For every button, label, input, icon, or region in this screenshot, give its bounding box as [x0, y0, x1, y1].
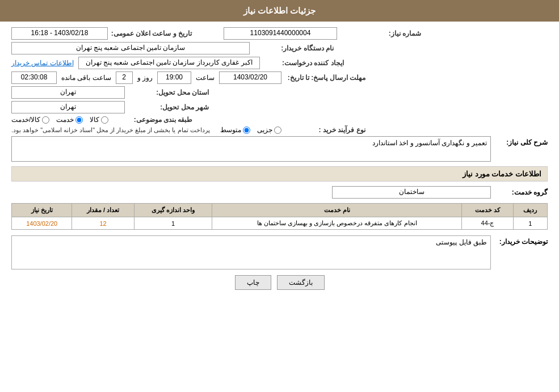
tabaqe-radio-khadamat[interactable]: [75, 116, 83, 124]
farayand-option-jozi: جزیی: [257, 126, 281, 134]
page-container: جزئیات اطلاعات نیاز شماره نیاز: 11030914…: [0, 0, 559, 392]
tabaqe-row: طبقه بندی موضوعی: کالا خدمت کالا/خدمت: [11, 116, 548, 124]
gorohe-label: گروه خدمت:: [497, 188, 548, 196]
nove-farayand-row: نوع فرآیند خرید : جزیی متوسط پرداخت تمام…: [11, 126, 548, 134]
farayand-radio-motavasset[interactable]: [243, 127, 250, 134]
col-tarikh: تاریخ نیاز: [12, 204, 72, 217]
col-radif: ردیف: [513, 204, 547, 217]
tarikh-label: تاریخ و ساعت اعلان عمومی:: [112, 29, 192, 37]
buttons-row: بازگشت چاپ: [11, 275, 548, 290]
col-tedad: تعداد / مقدار: [72, 204, 134, 217]
sharh-label: شرح کلی نیاز:: [497, 136, 548, 146]
sharh-value: تعمیر و نگهداری آسانسور و اخذ استاندارد: [11, 136, 491, 162]
cell-radif: 1: [513, 217, 547, 230]
col-vahed: واحد اندازه گیری: [134, 204, 212, 217]
mohlat-date: 1403/02/20: [219, 71, 281, 84]
tosihaat-row: توضیحات خریدار: طبق فایل پیوستی: [11, 235, 548, 269]
shomare-niaz-value: 1103091440000004: [224, 27, 337, 40]
farayand-radio-jozi[interactable]: [274, 127, 281, 134]
tosihaat-value: طبق فایل پیوستی: [11, 235, 491, 269]
etelaat-tamas-link[interactable]: اطلاعات تماس خریدار: [11, 59, 74, 67]
cell-name: انجام کارهای متفرقه درخصوص بازسازی و بهس…: [212, 217, 462, 230]
cell-tarikh: 1403/02/20: [12, 217, 72, 230]
tabaqe-option-kala-khadamat: کالا/خدمت: [11, 116, 49, 124]
mohlat-baqi-value: 02:30:08: [11, 71, 57, 84]
col-kod: کد خدمت: [462, 204, 513, 217]
gorohe-value: ساختمان: [332, 186, 491, 199]
tabaqe-radio-kala-khadamat[interactable]: [42, 116, 49, 124]
mohlat-roz-label: روز و: [137, 74, 153, 82]
tosihaat-label: توضیحات خریدار:: [497, 235, 548, 246]
tosihaat-text: طبق فایل پیوستی: [15, 238, 487, 246]
mohlat-saat-label: ساعت: [196, 74, 215, 82]
tabaqe-kala-label: کالا: [90, 116, 99, 124]
chap-button[interactable]: چاپ: [235, 275, 271, 290]
cell-vahed: 1: [134, 217, 212, 230]
mohlat-label: مهلت ارسال پاسخ: تا تاریخ:: [286, 74, 365, 82]
ijad-konande-row: ایجاد کننده درخواست: اکبر غفاری کاربرداز…: [11, 57, 548, 69]
shahr-row: شهر محل تحویل: تهران: [11, 101, 548, 113]
main-content: شماره نیاز: 1103091440000004 تاریخ و ساع…: [0, 22, 559, 301]
page-header: جزئیات اطلاعات نیاز: [0, 0, 559, 22]
gorohe-khadamat-row: گروه خدمت: ساختمان: [11, 186, 548, 199]
farayand-option-motavasset: متوسط: [220, 126, 250, 134]
nove-farayand-label: نوع فرآیند خرید :: [286, 126, 365, 134]
mohlat-baqi-label: ساعت باقی مانده: [61, 74, 111, 82]
mohlat-saat-value: 19:00: [157, 71, 191, 84]
tarikh-value: 1403/02/18 - 16:18: [11, 27, 108, 40]
services-section-title: اطلاعات خدمات مورد نیاز: [11, 166, 548, 182]
cell-kod: ج-44: [462, 217, 513, 230]
tabaqe-radio-group: کالا خدمت کالا/خدمت: [11, 116, 108, 124]
farayand-jozi-label: جزیی: [257, 126, 272, 134]
tabaqe-option-khadamat: خدمت: [56, 116, 83, 124]
ostan-label: استان محل تحویل:: [129, 88, 209, 96]
services-table: ردیف کد خدمت نام خدمت واحد اندازه گیری ت…: [11, 203, 548, 230]
table-row: 1 ج-44 انجام کارهای متفرقه درخصوص بازساز…: [12, 217, 548, 230]
ostan-row: استان محل تحویل: تهران: [11, 86, 548, 99]
shahr-value: تهران: [11, 101, 125, 113]
tabaqe-kala-khadamat-label: کالا/خدمت: [11, 116, 40, 124]
ijad-konande-value: اکبر غفاری کاربرداز سازمان تامین اجتماعی…: [78, 57, 260, 69]
nove-farayand-note: پرداخت تمام یا بخشی از مبلغ خریدار از مح…: [11, 127, 210, 134]
ijad-konande-label: ایجاد کننده درخواست:: [264, 59, 344, 67]
mohlat-roz-value: 2: [116, 71, 133, 84]
tabaqe-label: طبقه بندی موضوعی:: [113, 116, 192, 124]
tabaqe-option-kala: کالا: [90, 116, 108, 124]
tabaqe-khadamat-label: خدمت: [56, 116, 74, 124]
sharh-row: شرح کلی نیاز: تعمیر و نگهداری آسانسور و …: [11, 136, 548, 162]
ostan-value: تهران: [11, 86, 125, 99]
shomare-niaz-label: شماره نیاز:: [342, 29, 421, 37]
mohlat-row: مهلت ارسال پاسخ: تا تاریخ: 1403/02/20 سا…: [11, 71, 548, 84]
name-dastgah-value: سازمان تامین اجتماعی شعبه پنج تهران: [11, 42, 250, 54]
shomare-tarikh-row: شماره نیاز: 1103091440000004 تاریخ و ساع…: [11, 27, 548, 40]
page-title: جزئیات اطلاعات نیاز: [243, 6, 316, 15]
cell-tedad: 12: [72, 217, 134, 230]
col-name: نام خدمت: [212, 204, 462, 217]
tabaqe-radio-kala[interactable]: [101, 116, 108, 124]
name-dastgah-row: نام دستگاه خریدار: سازمان تامین اجتماعی …: [11, 42, 548, 54]
bazgasht-button[interactable]: بازگشت: [277, 275, 325, 290]
nove-farayand-radio-group: جزیی متوسط: [220, 126, 281, 134]
name-dastgah-label: نام دستگاه خریدار:: [254, 44, 334, 52]
shahr-label: شهر محل تحویل:: [129, 103, 209, 111]
farayand-motavasset-label: متوسط: [220, 126, 241, 134]
